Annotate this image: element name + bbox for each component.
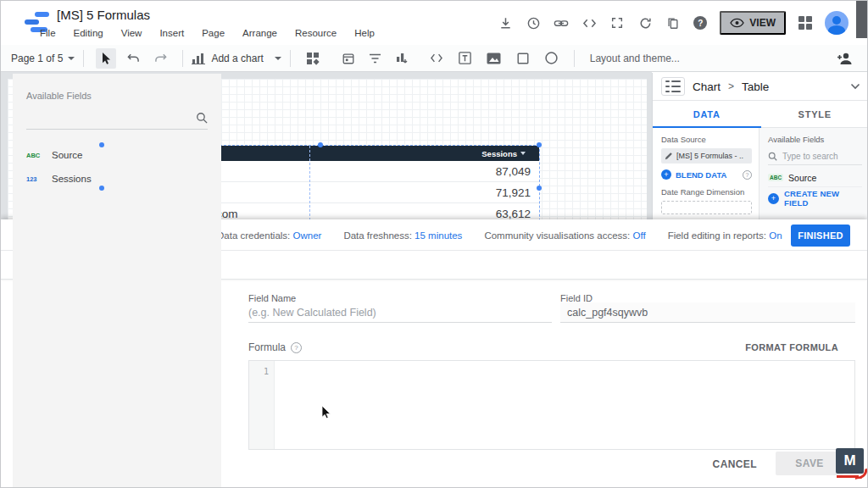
cancel-button[interactable]: CANCEL xyxy=(713,458,757,470)
filter-control-icon[interactable] xyxy=(365,48,386,69)
selection-handle[interactable] xyxy=(537,186,542,191)
line-number: 1 xyxy=(264,367,269,376)
save-button[interactable]: SAVE xyxy=(776,452,843,475)
menu-editing[interactable]: Editing xyxy=(74,28,103,38)
app-header: [MS] 5 Formulas File Editing View Insert… xyxy=(1,1,867,45)
help-icon[interactable]: ? xyxy=(693,16,707,30)
link-icon[interactable] xyxy=(554,15,569,30)
selection-handle[interactable] xyxy=(318,142,323,147)
chevron-down-icon xyxy=(275,57,281,60)
data-source-chip[interactable]: [MS] 5 Formulas - .. xyxy=(661,148,752,164)
copy-report-icon[interactable] xyxy=(665,15,681,30)
menu-resource[interactable]: Resource xyxy=(295,28,337,38)
breadcrumb-separator: > xyxy=(728,80,734,92)
data-source-label: Data Source xyxy=(661,135,752,144)
column-header-sessions[interactable]: Sessions xyxy=(481,149,539,158)
data-control-icon[interactable] xyxy=(392,48,413,69)
formula-code-editor[interactable]: 1 xyxy=(248,360,855,450)
screen-corner-artifact xyxy=(856,1,867,38)
create-new-field-button[interactable]: + CREATE NEW FIELD xyxy=(768,187,862,209)
field-item-source[interactable]: ABC Source xyxy=(768,169,862,187)
rectangle-tool-icon[interactable] xyxy=(513,48,533,69)
line-number-gutter: 1 xyxy=(249,361,275,449)
breadcrumb-chart: Chart xyxy=(693,80,721,93)
chevron-down-icon xyxy=(68,57,75,60)
layout-and-theme-button[interactable]: Layout and theme... xyxy=(590,53,680,64)
add-chart-button[interactable]: Add a chart xyxy=(192,53,281,64)
column-resize-guide[interactable] xyxy=(309,146,310,225)
search-icon xyxy=(768,152,777,161)
chart-type-header[interactable]: Chart > Table xyxy=(653,73,868,101)
report-title[interactable]: [MS] 5 Formulas xyxy=(57,8,150,22)
measureschool-wordmark xyxy=(837,475,859,478)
pencil-icon[interactable] xyxy=(665,152,673,160)
formula-input-area[interactable] xyxy=(275,361,854,449)
selection-handle[interactable] xyxy=(537,142,542,147)
tab-style[interactable]: STYLE xyxy=(761,101,868,127)
url-embed-icon[interactable] xyxy=(426,48,447,69)
field-search-placeholder: Type to search xyxy=(782,152,838,161)
undo-icon[interactable] xyxy=(123,48,143,69)
circle-tool-icon[interactable] xyxy=(542,48,562,69)
panel-tabs: DATA STYLE xyxy=(653,101,868,128)
page-selector[interactable]: Page 1 of 5 xyxy=(11,53,75,64)
formula-help-icon[interactable]: ? xyxy=(291,342,302,353)
row-sessions: 63,612 xyxy=(496,208,539,220)
fields-search-input[interactable] xyxy=(26,106,208,130)
number-type-badge: 123 xyxy=(26,175,43,183)
menu-insert[interactable]: Insert xyxy=(159,28,184,38)
search-icon xyxy=(196,112,208,124)
date-range-dimension-label: Date Range Dimension xyxy=(661,187,752,197)
text-box-tool-icon[interactable] xyxy=(455,48,476,69)
data-source-column: Data Source [MS] 5 Formulas - .. + BLEND… xyxy=(653,128,759,219)
field-item-sessions[interactable]: 123 Sessions xyxy=(26,167,208,191)
mouse-cursor xyxy=(321,405,332,419)
select-cursor-tool[interactable] xyxy=(96,48,116,69)
image-tool-icon[interactable] xyxy=(484,48,504,69)
field-editing-in-reports[interactable]: Field editing in reports: On xyxy=(657,230,793,241)
menu-page[interactable]: Page xyxy=(202,28,225,38)
available-fields-panel: Available Fields ABC Source 123 Sessions xyxy=(13,74,221,487)
selection-handle[interactable] xyxy=(99,186,104,191)
download-icon[interactable] xyxy=(498,15,513,30)
menu-file[interactable]: File xyxy=(40,28,56,38)
row-sessions: 71,921 xyxy=(496,186,539,199)
data-freshness[interactable]: Data freshness: 15 minutes xyxy=(332,230,473,241)
available-fields-title: Available Fields xyxy=(26,91,208,101)
field-search[interactable]: Type to search xyxy=(768,148,862,165)
embed-icon[interactable] xyxy=(581,15,597,30)
breadcrumb-type: Table xyxy=(742,80,769,93)
field-name-input[interactable] xyxy=(248,302,552,323)
tab-data[interactable]: DATA xyxy=(653,101,761,127)
bar-chart-icon xyxy=(192,53,205,64)
menu-help[interactable]: Help xyxy=(354,28,375,38)
blend-data-button[interactable]: + BLEND DATA ? xyxy=(661,169,752,180)
redo-icon[interactable] xyxy=(150,48,170,69)
selection-handle[interactable] xyxy=(99,142,104,147)
view-button[interactable]: VIEW xyxy=(720,11,786,35)
date-range-control-icon[interactable] xyxy=(338,48,359,69)
blend-help-icon[interactable]: ? xyxy=(743,170,752,180)
fullscreen-icon[interactable] xyxy=(609,15,625,30)
menu-view[interactable]: View xyxy=(121,28,142,38)
chevron-down-icon[interactable] xyxy=(850,83,860,90)
plus-icon: + xyxy=(768,193,779,204)
properties-panel: Chart > Table DATA STYLE Data Source [MS… xyxy=(652,73,868,219)
share-add-person-icon[interactable] xyxy=(837,52,854,65)
community-viz-access[interactable]: Community visualisations access: Off xyxy=(473,230,656,241)
apps-grid-icon[interactable] xyxy=(798,16,812,30)
field-item-source[interactable]: ABC Source xyxy=(26,143,208,167)
date-range-dimension-dropzone[interactable] xyxy=(661,201,752,214)
account-avatar[interactable] xyxy=(825,11,849,35)
finished-button[interactable]: FINISHED xyxy=(791,225,850,247)
measureschool-logo: M xyxy=(836,448,864,474)
formula-label-row: Formula ? xyxy=(248,341,302,353)
menu-arrange[interactable]: Arrange xyxy=(242,28,277,38)
data-credentials[interactable]: Data credentials: Owner xyxy=(206,230,332,241)
refresh-icon[interactable] xyxy=(637,15,653,30)
version-history-icon[interactable] xyxy=(526,15,541,30)
field-id-input[interactable] xyxy=(560,302,855,323)
format-formula-button[interactable]: FORMAT FORMULA xyxy=(745,342,838,352)
row-sessions: 87,049 xyxy=(496,165,539,178)
community-visualizations-icon[interactable] xyxy=(303,48,323,69)
